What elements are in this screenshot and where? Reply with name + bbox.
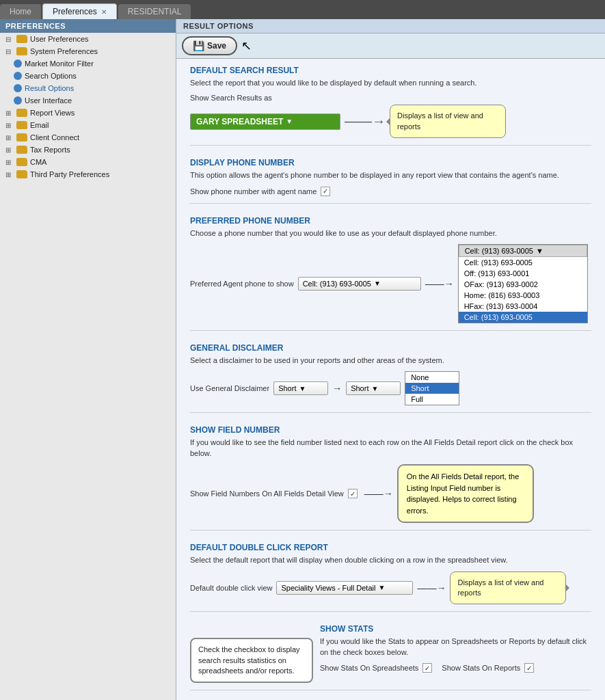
sidebar-item-email[interactable]: ⊞ Email bbox=[0, 119, 176, 131]
arrow-right-icon: ——→ bbox=[364, 488, 393, 499]
section-desc-double-click: Select the default report that will disp… bbox=[190, 555, 591, 565]
sidebar-item-label: CMA bbox=[30, 158, 46, 166]
sidebar-item-label: Tax Reports bbox=[30, 146, 70, 154]
search-result-callout: Displays a list of view and reports bbox=[390, 105, 506, 138]
stats-reports-checkbox[interactable] bbox=[524, 663, 534, 673]
phone-option-off[interactable]: Off: (913) 693-0001 bbox=[459, 268, 587, 279]
sidebar-header: PREFERENCES bbox=[0, 19, 176, 33]
section-title-display-phone: DISPLAY PHONE NUMBER bbox=[190, 158, 591, 167]
disclaimer-dropdown1[interactable]: Short ▼ bbox=[273, 381, 328, 395]
phone-popup-header: Cell: (913) 693-0005 ▼ bbox=[459, 245, 587, 257]
sidebar-item-cma[interactable]: ⊞ CMA bbox=[0, 156, 176, 168]
sidebar-item-search-options[interactable]: Search Options bbox=[0, 70, 176, 82]
phone-option-hfax[interactable]: HFax: (913) 693-0004 bbox=[459, 301, 587, 312]
dot-icon bbox=[14, 96, 22, 105]
folder-icon bbox=[16, 158, 27, 166]
disclaimer-options-popup: None Short Full bbox=[405, 371, 459, 405]
phone-checkbox[interactable] bbox=[321, 187, 330, 196]
disclaimer-option-none[interactable]: None bbox=[405, 372, 459, 383]
disclaimer-dropdown2[interactable]: Short ▼ bbox=[346, 381, 401, 395]
dropdown-arrow-icon: ▼ bbox=[374, 280, 381, 287]
phone-option-cell2[interactable]: Cell: (913) 693-0005 bbox=[459, 312, 587, 323]
disclaimer-row: Use General Disclaimer Short ▼ → Short ▼… bbox=[190, 371, 591, 405]
dropdown-arrow-icon: ▼ bbox=[286, 118, 293, 125]
double-click-label: Default double click view bbox=[190, 584, 272, 592]
disclaimer-option-short[interactable]: Short bbox=[405, 383, 459, 394]
expand-icon: ⊞ bbox=[5, 146, 14, 154]
field-number-label: Show Field Numbers On All Fields Detail … bbox=[190, 489, 344, 498]
section-desc-preferred-phone: Choose a phone number that you would lik… bbox=[190, 228, 591, 239]
expand-icon: ⊞ bbox=[5, 159, 14, 166]
section-show-field-number: SHOW FIELD NUMBER If you would like to s… bbox=[190, 425, 591, 530]
dot-icon bbox=[14, 59, 22, 68]
section-default-search: DEFAULT SEARCH RESULT Select the report … bbox=[190, 66, 591, 146]
sidebar-item-third-party[interactable]: ⊞ Third Party Preferences bbox=[0, 168, 176, 180]
arrow-right-icon: ——→ bbox=[417, 582, 446, 593]
search-result-dropdown[interactable]: GARY SPREADSHEET ▼ bbox=[190, 113, 340, 130]
phone-option-home[interactable]: Home: (816) 693-0003 bbox=[459, 290, 587, 301]
dropdown-arrow-icon: ▼ bbox=[378, 584, 385, 591]
dot-icon bbox=[14, 72, 22, 80]
tab-preferences-label: Preferences bbox=[53, 7, 97, 16]
phone-checkbox-row: Show phone number with agent name bbox=[190, 187, 591, 196]
disclaimer-option-full[interactable]: Full bbox=[405, 394, 459, 405]
sidebar-item-label: User Interface bbox=[25, 96, 72, 105]
expand-icon: ⊟ bbox=[5, 48, 14, 55]
phone-option-cell1[interactable]: Cell: (913) 693-0005 bbox=[459, 257, 587, 268]
callout-text: Displays a list of view and reports bbox=[397, 111, 483, 130]
tab-residential[interactable]: RESIDENTIAL bbox=[118, 4, 191, 19]
sidebar-item-label: Search Options bbox=[25, 72, 77, 80]
callout-text: Displays a list of view and reports bbox=[457, 578, 543, 597]
sidebar-item-label: Market Monitor Filter bbox=[25, 59, 94, 68]
dropdown-arrow-icon: ▼ bbox=[299, 385, 306, 392]
tab-preferences[interactable]: Preferences ✕ bbox=[42, 3, 117, 19]
search-result-value: GARY SPREADSHEET bbox=[196, 117, 283, 126]
stats-left-callout: Check the checkbox to display search res… bbox=[190, 638, 313, 683]
sidebar-item-tax-reports[interactable]: ⊞ Tax Reports bbox=[0, 144, 176, 156]
section-title-disclaimer: GENERAL DISCLAIMER bbox=[190, 343, 591, 353]
content-panel: RESULT OPTIONS 💾 Save ↖ DEFAULT SEARCH R… bbox=[176, 19, 605, 700]
main-layout: PREFERENCES ⊟ User Preferences ⊟ System … bbox=[0, 19, 605, 700]
sidebar-item-label: Email bbox=[30, 121, 49, 129]
save-button[interactable]: 💾 Save bbox=[182, 36, 237, 55]
double-click-callout: Displays a list of view and reports bbox=[450, 571, 566, 605]
double-click-row: Default double click view Speciality Vie… bbox=[190, 571, 591, 605]
stats-spreadsheets-checkbox[interactable] bbox=[422, 663, 432, 673]
sidebar-item-user-interface[interactable]: User Interface bbox=[0, 94, 176, 107]
folder-icon bbox=[16, 35, 27, 43]
tab-home-label: Home bbox=[10, 7, 31, 16]
sidebar-item-client-connect[interactable]: ⊞ Client Connect bbox=[0, 131, 176, 144]
sidebar-item-label: Third Party Preferences bbox=[30, 170, 109, 178]
section-general-disclaimer: GENERAL DISCLAIMER Select a disclaimer t… bbox=[190, 343, 591, 413]
section-title-default-search: DEFAULT SEARCH RESULT bbox=[190, 66, 591, 75]
field-number-checkbox[interactable] bbox=[348, 489, 358, 498]
field-number-balloon: On the All Fields Detail report, the Lis… bbox=[397, 464, 534, 523]
disclaimer-label: Use General Disclaimer bbox=[190, 384, 269, 392]
sidebar: PREFERENCES ⊟ User Preferences ⊟ System … bbox=[0, 19, 176, 700]
sidebar-item-report-views[interactable]: ⊞ Report Views bbox=[0, 107, 176, 119]
section-show-stats: Check the checkbox to display search res… bbox=[190, 624, 591, 690]
sidebar-item-system-preferences[interactable]: ⊟ System Preferences bbox=[0, 45, 176, 57]
preferred-phone-value: Cell: (913) 693-0005 bbox=[303, 280, 371, 288]
tab-close-icon[interactable]: ✕ bbox=[101, 8, 107, 16]
tab-home[interactable]: Home bbox=[0, 4, 41, 19]
stats-reports-label: Show Stats On Reports bbox=[442, 664, 520, 672]
phone-option-ofax[interactable]: OFax: (913) 693-0002 bbox=[459, 279, 587, 290]
sidebar-item-user-preferences[interactable]: ⊟ User Preferences bbox=[0, 33, 176, 45]
phone-popup-selected-value: Cell: (913) 693-0005 bbox=[465, 247, 533, 255]
disclaimer-popup: None Short Full bbox=[405, 371, 459, 405]
preferred-phone-dropdown[interactable]: Cell: (913) 693-0005 ▼ bbox=[298, 277, 421, 291]
section-double-click: DEFAULT DOUBLE CLICK REPORT Select the d… bbox=[190, 543, 591, 612]
tab-bar: Home Preferences ✕ RESIDENTIAL bbox=[0, 0, 605, 19]
expand-icon: ⊟ bbox=[5, 36, 14, 43]
folder-icon bbox=[16, 170, 27, 178]
folder-icon bbox=[16, 133, 27, 142]
double-click-dropdown[interactable]: Speciality Views - Full Detail ▼ bbox=[276, 581, 413, 595]
disclaimer-value1: Short bbox=[278, 384, 296, 392]
sidebar-item-market-monitor[interactable]: Market Monitor Filter bbox=[0, 57, 176, 70]
sidebar-item-label: User Preferences bbox=[30, 35, 89, 43]
sidebar-item-label: System Preferences bbox=[30, 47, 98, 55]
section-desc-stats: If you would like the Stats to appear on… bbox=[320, 636, 591, 658]
sidebar-item-result-options[interactable]: Result Options bbox=[0, 82, 176, 94]
save-label: Save bbox=[207, 41, 226, 51]
